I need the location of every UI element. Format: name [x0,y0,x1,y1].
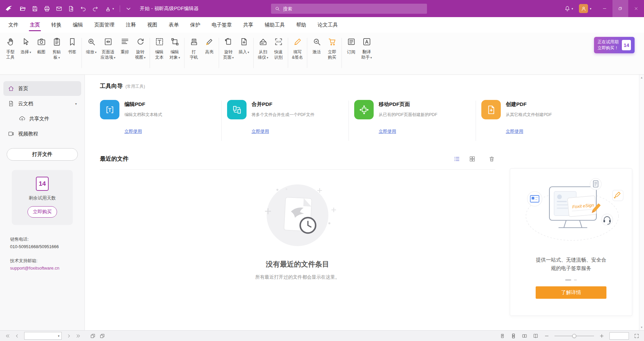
next-page-button[interactable] [65,332,72,340]
tool-edit-text[interactable]: 编辑文本 [152,37,167,60]
menu-item-1[interactable]: 主页 [24,17,46,33]
sidebar-item-video-tutorials[interactable]: 视频教程 [3,126,81,141]
use-now-link[interactable]: 立即使用 [252,128,269,134]
close-button[interactable] [628,0,644,17]
tool-clipboard[interactable]: 剪贴板▾ [49,37,64,60]
notifications-button[interactable]: ▾ [564,5,573,12]
tool-card-0[interactable]: 编辑PDF编辑文档和文本格式立即使用 [100,100,217,134]
tool-card-3[interactable]: 创建PDF从其它格式文件创建PDF立即使用 [481,100,599,134]
first-page-button[interactable] [4,332,11,340]
zoom-level-box[interactable] [609,332,629,340]
customize-toolbar-button[interactable] [123,3,134,14]
last-page-button[interactable] [74,332,82,340]
facing-view-button[interactable] [521,333,528,339]
tool-card-1[interactable]: 合并PDF将多个文件合并生成一个PDF文件立即使用 [227,100,344,134]
menu-item-5[interactable]: 注释 [120,17,142,33]
menu-item-8[interactable]: 保护 [184,17,206,33]
page-number-input[interactable] [24,334,56,338]
vertical-scrollbar[interactable]: ▲ ▼ [639,75,644,330]
zoom-out-button[interactable] [543,333,550,339]
zoom-icon [87,37,96,46]
tool-typewriter[interactable]: 打字机 [186,37,202,60]
learn-more-button[interactable]: 了解详情 [536,286,606,299]
continuous-view-button[interactable] [510,333,517,339]
tool-highlight[interactable]: 高亮 [202,37,217,55]
tool-scanner[interactable]: 从扫描仪▾ [255,37,271,60]
carousel-dot-active[interactable] [565,279,571,281]
avatar[interactable] [579,4,588,13]
search-box[interactable] [271,4,427,14]
minimize-button[interactable] [597,0,612,17]
tool-insert-page[interactable]: 插入▾ [236,37,252,55]
menu-item-11[interactable]: 辅助工具 [259,17,290,33]
tool-hand[interactable]: 手型工具 [3,37,18,60]
menu-item-3[interactable]: 编辑 [67,17,89,33]
tool-subscribe[interactable]: 订阅 [343,37,359,55]
card-description: 将多个文件合并生成一个PDF文件 [252,112,315,118]
tool-reflow[interactable]: 重排 [117,37,132,55]
menu-item-9[interactable]: 电子签章 [206,17,237,33]
tool-rotate-page[interactable]: 旋转页面▾ [221,37,236,60]
tool-rotate-view[interactable]: 旋转视图▾ [132,37,148,60]
buy-now-button[interactable]: 立即购买 [28,206,57,218]
tool-cursor[interactable]: 选择▾ [18,37,34,55]
menu-item-13[interactable]: 论文工具 [312,17,343,33]
scroll-up-icon[interactable]: ▲ [640,76,643,79]
use-now-link[interactable]: 立即使用 [379,128,396,134]
sidebar-item-shared-files[interactable]: 共享文件 [3,111,81,126]
menu-item-2[interactable]: 转换 [46,17,67,33]
use-now-link[interactable]: 立即使用 [506,128,523,134]
tool-card-2[interactable]: 移动PDF页面从已有的PDF页面创建新的PDF立即使用 [354,100,472,134]
search-input[interactable] [283,6,423,11]
zoom-level-input[interactable] [610,333,629,339]
next-view-button[interactable] [99,332,106,340]
restore-button[interactable] [612,0,628,17]
single-page-view-button[interactable] [499,333,506,339]
menu-item-10[interactable]: 共享 [237,17,259,33]
list-view-button[interactable] [453,156,460,162]
grid-view-button[interactable] [469,156,476,162]
print-button[interactable] [41,3,53,14]
tool-translate[interactable]: 翻译助手▾ [359,37,374,60]
menu-item-0[interactable]: 文件 [3,17,24,33]
account-menu-chevron-icon[interactable]: ▾ [590,7,591,10]
menu-item-6[interactable]: 视图 [142,17,163,33]
book-view-button[interactable] [532,333,539,339]
zoom-in-button[interactable] [598,333,605,339]
trial-badge[interactable]: 正在试用期 立即购买！ 14 [594,37,635,53]
tool-zoom[interactable]: 缩放▾ [84,37,99,55]
zoom-slider[interactable] [554,333,594,339]
support-email-link[interactable]: support@foxitsoftware.cn [10,266,85,271]
mail-button[interactable] [53,3,65,14]
use-now-link[interactable]: 立即使用 [124,128,142,134]
tool-cart[interactable]: 立即购买 [324,37,340,60]
tool-fill-sign[interactable]: 填写&签名 [290,37,305,60]
sidebar-item-cloud-docs[interactable]: 云文档▾ [3,96,81,111]
save-button[interactable] [29,3,41,14]
redo-button[interactable] [90,3,101,14]
tool-ocr[interactable]: OCR快速识别 [271,37,286,60]
carousel-dot[interactable] [574,279,577,281]
menu-item-4[interactable]: 页面管理 [89,17,120,33]
menu-item-12[interactable]: 帮助 [290,17,312,33]
page-number-box[interactable]: ▾ [24,332,62,340]
scroll-down-icon[interactable]: ▼ [640,326,643,329]
previous-view-button[interactable] [89,332,97,340]
tool-activate[interactable]: 激活 [309,37,324,55]
previous-page-button[interactable] [13,332,21,340]
open-folder-button[interactable] [17,3,29,14]
menu-item-7[interactable]: 表单 [163,17,184,33]
tool-camera[interactable]: 截图 [34,37,49,55]
fullscreen-button[interactable] [633,333,640,339]
tool-edit-object[interactable]: 编辑对象▾ [167,37,182,60]
zoom-slider-knob[interactable] [572,334,576,338]
export-button[interactable] [65,3,77,14]
sidebar-item-home[interactable]: 首页 [3,81,81,96]
tool-fit-page[interactable]: 页面适应选项▾ [99,37,117,60]
foxit-logo-icon[interactable] [3,3,14,14]
clear-recent-button[interactable] [488,156,495,162]
undo-button[interactable] [77,3,89,14]
sign-tool-button[interactable]: ▾ [102,3,117,14]
open-file-button[interactable]: 打开文件 [7,148,78,161]
tool-bookmark[interactable]: 书签 [64,37,80,55]
